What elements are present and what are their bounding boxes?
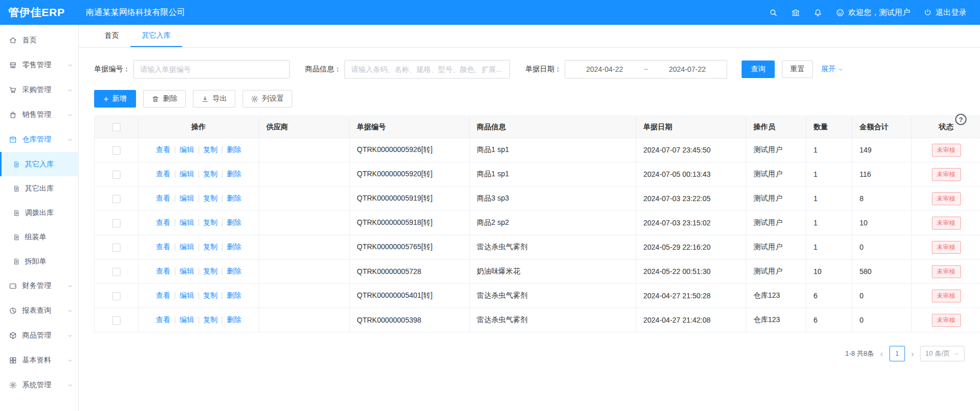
table-row: 查看编辑复制删除 QTRK00000005765[转] 雷达杀虫气雾剂 2024… [95, 235, 980, 260]
row-checkbox[interactable] [112, 316, 120, 325]
row-checkbox[interactable] [112, 146, 120, 155]
delete-link[interactable]: 删除 [227, 194, 241, 202]
copy-link[interactable]: 复制 [203, 218, 227, 226]
edit-link[interactable]: 编辑 [179, 242, 203, 251]
edit-link[interactable]: 编辑 [179, 315, 203, 324]
copy-link[interactable]: 复制 [203, 194, 227, 202]
view-link[interactable]: 查看 [156, 170, 180, 178]
sidebar-item-basic-data[interactable]: 基本资料 [0, 348, 78, 373]
page-size-select[interactable]: 10 条/页 [920, 346, 964, 361]
export-button[interactable]: 导出 [193, 90, 235, 108]
row-checkbox[interactable] [112, 195, 120, 203]
expand-toggle[interactable]: 展开 [821, 65, 843, 74]
col-header-supplier: 供应商 [259, 116, 350, 138]
notification-bell-icon[interactable] [813, 8, 822, 17]
row-checkbox[interactable] [112, 171, 120, 179]
sidebar-item-sales[interactable]: 销售管理 [0, 102, 78, 127]
plus-icon: + [103, 95, 109, 103]
copy-link[interactable]: 复制 [203, 291, 227, 299]
delete-link[interactable]: 删除 [227, 291, 241, 299]
table-row: 查看编辑复制删除 QTRK00000005401[转] 雷达杀虫气雾剂 2024… [95, 284, 980, 308]
view-link[interactable]: 查看 [156, 291, 180, 299]
sidebar-item-warehouse[interactable]: 仓库管理 [0, 127, 78, 152]
tab-home[interactable]: 首页 [93, 25, 130, 47]
view-link[interactable]: 查看 [156, 218, 180, 226]
sidebar-item-disassembly[interactable]: 拆卸单 [0, 249, 78, 273]
row-checkbox[interactable] [112, 243, 120, 252]
view-link[interactable]: 查看 [156, 315, 180, 324]
edit-link[interactable]: 编辑 [179, 145, 203, 154]
bank-icon[interactable] [791, 8, 800, 17]
sidebar-item-goods[interactable]: 商品管理 [0, 323, 78, 348]
add-button[interactable]: + 新增 [94, 90, 136, 108]
col-header-actions: 操作 [139, 116, 259, 138]
delete-button[interactable]: 删除 [143, 90, 186, 108]
delete-link[interactable]: 删除 [227, 267, 241, 275]
copy-link[interactable]: 复制 [203, 170, 227, 178]
search-button[interactable]: 查询 [742, 60, 775, 78]
chevron-down-icon [954, 351, 959, 357]
edit-link[interactable]: 编辑 [179, 267, 203, 275]
view-link[interactable]: 查看 [156, 194, 180, 202]
delete-link[interactable]: 删除 [227, 145, 241, 154]
delete-link[interactable]: 删除 [227, 315, 241, 324]
row-checkbox[interactable] [112, 292, 120, 300]
edit-link[interactable]: 编辑 [179, 291, 203, 299]
sidebar-item-purchase[interactable]: 采购管理 [0, 78, 78, 102]
copy-link[interactable]: 复制 [203, 242, 227, 251]
warehouse-submenu: 其它入库 其它出库 调拨出库 组装单 拆卸单 [0, 152, 78, 273]
sidebar-item-other-outbound[interactable]: 其它出库 [0, 176, 78, 201]
sidebar-item-retail[interactable]: 零售管理 [0, 53, 78, 78]
edit-link[interactable]: 编辑 [179, 170, 203, 178]
product-info-input[interactable] [344, 60, 510, 79]
delete-link[interactable]: 删除 [227, 170, 241, 178]
sidebar-item-assembly[interactable]: 组装单 [0, 225, 78, 249]
select-all-checkbox[interactable] [112, 123, 120, 131]
view-link[interactable]: 查看 [156, 267, 180, 275]
delete-link[interactable]: 删除 [227, 242, 241, 251]
next-page-button[interactable]: › [911, 349, 914, 358]
view-link[interactable]: 查看 [156, 242, 180, 251]
edit-link[interactable]: 编辑 [179, 218, 203, 226]
document-icon [13, 234, 20, 241]
prev-page-button[interactable]: ‹ [880, 349, 883, 358]
help-icon[interactable]: ? [955, 114, 967, 125]
data-table: 操作 供应商 单据编号 商品信息 单据日期 操作员 数量 金额合计 状态 [94, 116, 980, 332]
date-end-value[interactable]: 2024-07-22 [669, 65, 706, 73]
document-icon [13, 258, 20, 265]
edit-link[interactable]: 编辑 [179, 194, 203, 202]
cell-date: 2024-07-03 23:22:05 [636, 187, 746, 211]
date-range-picker[interactable]: 2024-04-22 ~ 2024-07-22 [565, 60, 727, 79]
filter-bar: 单据编号： 商品信息： 单据日期： 2024-04-22 ~ 2024-07-2… [79, 48, 980, 79]
search-icon[interactable] [769, 8, 778, 17]
page-number-1[interactable]: 1 [889, 346, 905, 361]
welcome-user[interactable]: 欢迎您，测试用户 [836, 8, 910, 18]
sidebar-item-finance[interactable]: 财务管理 [0, 273, 78, 298]
date-start-value[interactable]: 2024-04-22 [586, 65, 623, 73]
row-checkbox[interactable] [112, 268, 120, 276]
cart-icon [9, 86, 17, 94]
view-link[interactable]: 查看 [156, 145, 180, 154]
sidebar-item-system[interactable]: 系统管理 [0, 373, 78, 398]
sidebar-item-other-inbound[interactable]: 其它入库 [0, 152, 78, 176]
sidebar-item-label: 财务管理 [22, 281, 51, 291]
copy-link[interactable]: 复制 [203, 315, 227, 324]
copy-link[interactable]: 复制 [203, 267, 227, 275]
row-checkbox[interactable] [112, 219, 120, 227]
reset-button[interactable]: 重置 [782, 60, 813, 78]
sidebar-item-reports[interactable]: 报表查询 [0, 298, 78, 323]
sidebar-item-home[interactable]: 首页 [0, 28, 78, 53]
tab-other-inbound[interactable]: 其它入库 [130, 25, 182, 47]
copy-link[interactable]: 复制 [203, 145, 227, 154]
sidebar-item-transfer-outbound[interactable]: 调拨出库 [0, 201, 78, 225]
sidebar-item-label: 采购管理 [22, 85, 51, 95]
cell-supplier [259, 138, 350, 162]
bill-no-input[interactable] [133, 60, 290, 79]
cell-supplier [259, 260, 350, 284]
expand-label: 展开 [821, 65, 836, 74]
table-row: 查看编辑复制删除 QTRK00000005398 雷达杀虫气雾剂 2024-04… [95, 308, 980, 332]
app-logo[interactable]: 管伊佳ERP [0, 5, 79, 20]
delete-link[interactable]: 删除 [227, 218, 241, 226]
logout-button[interactable]: 退出登录 [924, 8, 967, 18]
column-settings-button[interactable]: 列设置 [243, 90, 292, 108]
